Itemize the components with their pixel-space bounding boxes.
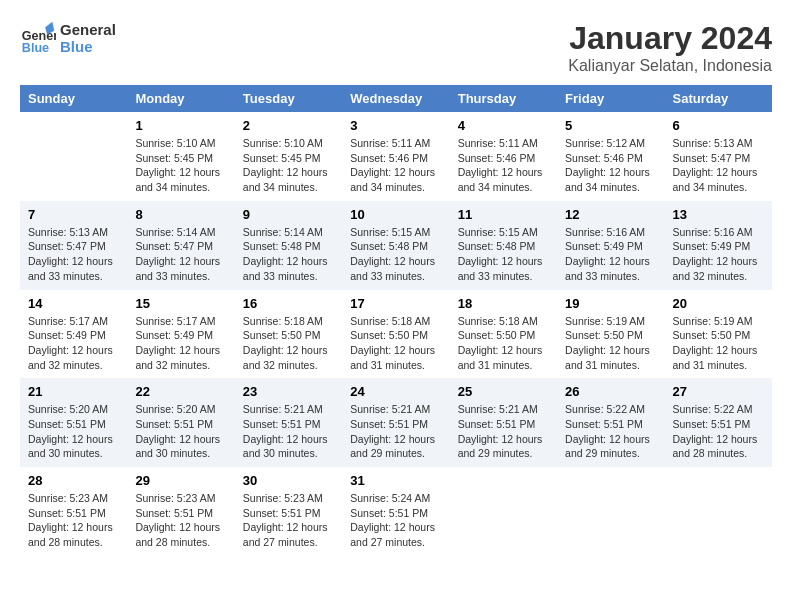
calendar-subtitle: Kalianyar Selatan, Indonesia bbox=[568, 57, 772, 75]
day-number: 29 bbox=[135, 473, 226, 488]
day-info: Sunrise: 5:20 AMSunset: 5:51 PMDaylight:… bbox=[135, 402, 226, 461]
day-info: Sunrise: 5:13 AMSunset: 5:47 PMDaylight:… bbox=[673, 136, 764, 195]
day-info: Sunrise: 5:24 AMSunset: 5:51 PMDaylight:… bbox=[350, 491, 441, 550]
calendar-cell: 5Sunrise: 5:12 AMSunset: 5:46 PMDaylight… bbox=[557, 112, 664, 201]
week-row-5: 28Sunrise: 5:23 AMSunset: 5:51 PMDayligh… bbox=[20, 467, 772, 556]
header-day-monday: Monday bbox=[127, 85, 234, 112]
day-info: Sunrise: 5:14 AMSunset: 5:48 PMDaylight:… bbox=[243, 225, 334, 284]
day-info: Sunrise: 5:10 AMSunset: 5:45 PMDaylight:… bbox=[135, 136, 226, 195]
calendar-cell: 4Sunrise: 5:11 AMSunset: 5:46 PMDaylight… bbox=[450, 112, 557, 201]
day-number: 30 bbox=[243, 473, 334, 488]
calendar-cell: 11Sunrise: 5:15 AMSunset: 5:48 PMDayligh… bbox=[450, 201, 557, 290]
day-info: Sunrise: 5:12 AMSunset: 5:46 PMDaylight:… bbox=[565, 136, 656, 195]
day-number: 19 bbox=[565, 296, 656, 311]
day-number: 11 bbox=[458, 207, 549, 222]
day-info: Sunrise: 5:21 AMSunset: 5:51 PMDaylight:… bbox=[243, 402, 334, 461]
day-info: Sunrise: 5:15 AMSunset: 5:48 PMDaylight:… bbox=[350, 225, 441, 284]
day-number: 17 bbox=[350, 296, 441, 311]
calendar-cell: 25Sunrise: 5:21 AMSunset: 5:51 PMDayligh… bbox=[450, 378, 557, 467]
calendar-cell bbox=[665, 467, 772, 556]
day-number: 26 bbox=[565, 384, 656, 399]
header-row: SundayMondayTuesdayWednesdayThursdayFrid… bbox=[20, 85, 772, 112]
day-info: Sunrise: 5:21 AMSunset: 5:51 PMDaylight:… bbox=[458, 402, 549, 461]
calendar-cell: 26Sunrise: 5:22 AMSunset: 5:51 PMDayligh… bbox=[557, 378, 664, 467]
day-info: Sunrise: 5:15 AMSunset: 5:48 PMDaylight:… bbox=[458, 225, 549, 284]
day-info: Sunrise: 5:16 AMSunset: 5:49 PMDaylight:… bbox=[565, 225, 656, 284]
day-number: 2 bbox=[243, 118, 334, 133]
day-number: 28 bbox=[28, 473, 119, 488]
calendar-cell: 15Sunrise: 5:17 AMSunset: 5:49 PMDayligh… bbox=[127, 290, 234, 379]
logo: General Blue General Blue bbox=[20, 20, 116, 56]
day-info: Sunrise: 5:14 AMSunset: 5:47 PMDaylight:… bbox=[135, 225, 226, 284]
logo-text-general: General bbox=[60, 21, 116, 38]
calendar-cell bbox=[557, 467, 664, 556]
calendar-cell: 19Sunrise: 5:19 AMSunset: 5:50 PMDayligh… bbox=[557, 290, 664, 379]
day-number: 10 bbox=[350, 207, 441, 222]
day-number: 9 bbox=[243, 207, 334, 222]
calendar-header: SundayMondayTuesdayWednesdayThursdayFrid… bbox=[20, 85, 772, 112]
calendar-cell: 21Sunrise: 5:20 AMSunset: 5:51 PMDayligh… bbox=[20, 378, 127, 467]
logo-text-blue: Blue bbox=[60, 38, 116, 55]
day-info: Sunrise: 5:11 AMSunset: 5:46 PMDaylight:… bbox=[350, 136, 441, 195]
header-day-wednesday: Wednesday bbox=[342, 85, 449, 112]
header-day-thursday: Thursday bbox=[450, 85, 557, 112]
calendar-cell: 12Sunrise: 5:16 AMSunset: 5:49 PMDayligh… bbox=[557, 201, 664, 290]
day-info: Sunrise: 5:23 AMSunset: 5:51 PMDaylight:… bbox=[135, 491, 226, 550]
calendar-cell: 30Sunrise: 5:23 AMSunset: 5:51 PMDayligh… bbox=[235, 467, 342, 556]
header-day-saturday: Saturday bbox=[665, 85, 772, 112]
header-day-sunday: Sunday bbox=[20, 85, 127, 112]
calendar-cell: 13Sunrise: 5:16 AMSunset: 5:49 PMDayligh… bbox=[665, 201, 772, 290]
calendar-cell: 31Sunrise: 5:24 AMSunset: 5:51 PMDayligh… bbox=[342, 467, 449, 556]
page-header: General Blue General Blue January 2024 K… bbox=[20, 20, 772, 75]
day-info: Sunrise: 5:18 AMSunset: 5:50 PMDaylight:… bbox=[458, 314, 549, 373]
day-number: 14 bbox=[28, 296, 119, 311]
day-info: Sunrise: 5:22 AMSunset: 5:51 PMDaylight:… bbox=[673, 402, 764, 461]
calendar-cell: 9Sunrise: 5:14 AMSunset: 5:48 PMDaylight… bbox=[235, 201, 342, 290]
logo-icon: General Blue bbox=[20, 20, 56, 56]
day-number: 1 bbox=[135, 118, 226, 133]
calendar-cell: 8Sunrise: 5:14 AMSunset: 5:47 PMDaylight… bbox=[127, 201, 234, 290]
calendar-cell: 17Sunrise: 5:18 AMSunset: 5:50 PMDayligh… bbox=[342, 290, 449, 379]
day-number: 23 bbox=[243, 384, 334, 399]
day-info: Sunrise: 5:22 AMSunset: 5:51 PMDaylight:… bbox=[565, 402, 656, 461]
title-area: January 2024 Kalianyar Selatan, Indonesi… bbox=[568, 20, 772, 75]
day-number: 8 bbox=[135, 207, 226, 222]
calendar-cell: 10Sunrise: 5:15 AMSunset: 5:48 PMDayligh… bbox=[342, 201, 449, 290]
calendar-table: SundayMondayTuesdayWednesdayThursdayFrid… bbox=[20, 85, 772, 556]
day-number: 12 bbox=[565, 207, 656, 222]
day-number: 13 bbox=[673, 207, 764, 222]
calendar-title: January 2024 bbox=[568, 20, 772, 57]
calendar-cell: 29Sunrise: 5:23 AMSunset: 5:51 PMDayligh… bbox=[127, 467, 234, 556]
calendar-cell: 24Sunrise: 5:21 AMSunset: 5:51 PMDayligh… bbox=[342, 378, 449, 467]
day-number: 22 bbox=[135, 384, 226, 399]
calendar-cell: 1Sunrise: 5:10 AMSunset: 5:45 PMDaylight… bbox=[127, 112, 234, 201]
day-info: Sunrise: 5:13 AMSunset: 5:47 PMDaylight:… bbox=[28, 225, 119, 284]
day-info: Sunrise: 5:18 AMSunset: 5:50 PMDaylight:… bbox=[350, 314, 441, 373]
day-number: 21 bbox=[28, 384, 119, 399]
calendar-cell: 3Sunrise: 5:11 AMSunset: 5:46 PMDaylight… bbox=[342, 112, 449, 201]
week-row-2: 7Sunrise: 5:13 AMSunset: 5:47 PMDaylight… bbox=[20, 201, 772, 290]
day-number: 4 bbox=[458, 118, 549, 133]
calendar-cell bbox=[20, 112, 127, 201]
day-number: 25 bbox=[458, 384, 549, 399]
day-info: Sunrise: 5:10 AMSunset: 5:45 PMDaylight:… bbox=[243, 136, 334, 195]
day-number: 24 bbox=[350, 384, 441, 399]
day-number: 7 bbox=[28, 207, 119, 222]
day-info: Sunrise: 5:11 AMSunset: 5:46 PMDaylight:… bbox=[458, 136, 549, 195]
day-info: Sunrise: 5:20 AMSunset: 5:51 PMDaylight:… bbox=[28, 402, 119, 461]
day-number: 16 bbox=[243, 296, 334, 311]
day-number: 15 bbox=[135, 296, 226, 311]
header-day-friday: Friday bbox=[557, 85, 664, 112]
day-info: Sunrise: 5:18 AMSunset: 5:50 PMDaylight:… bbox=[243, 314, 334, 373]
calendar-cell bbox=[450, 467, 557, 556]
day-info: Sunrise: 5:23 AMSunset: 5:51 PMDaylight:… bbox=[243, 491, 334, 550]
calendar-cell: 18Sunrise: 5:18 AMSunset: 5:50 PMDayligh… bbox=[450, 290, 557, 379]
calendar-cell: 6Sunrise: 5:13 AMSunset: 5:47 PMDaylight… bbox=[665, 112, 772, 201]
day-info: Sunrise: 5:19 AMSunset: 5:50 PMDaylight:… bbox=[565, 314, 656, 373]
calendar-cell: 2Sunrise: 5:10 AMSunset: 5:45 PMDaylight… bbox=[235, 112, 342, 201]
day-info: Sunrise: 5:16 AMSunset: 5:49 PMDaylight:… bbox=[673, 225, 764, 284]
day-number: 18 bbox=[458, 296, 549, 311]
day-number: 31 bbox=[350, 473, 441, 488]
day-number: 3 bbox=[350, 118, 441, 133]
header-day-tuesday: Tuesday bbox=[235, 85, 342, 112]
